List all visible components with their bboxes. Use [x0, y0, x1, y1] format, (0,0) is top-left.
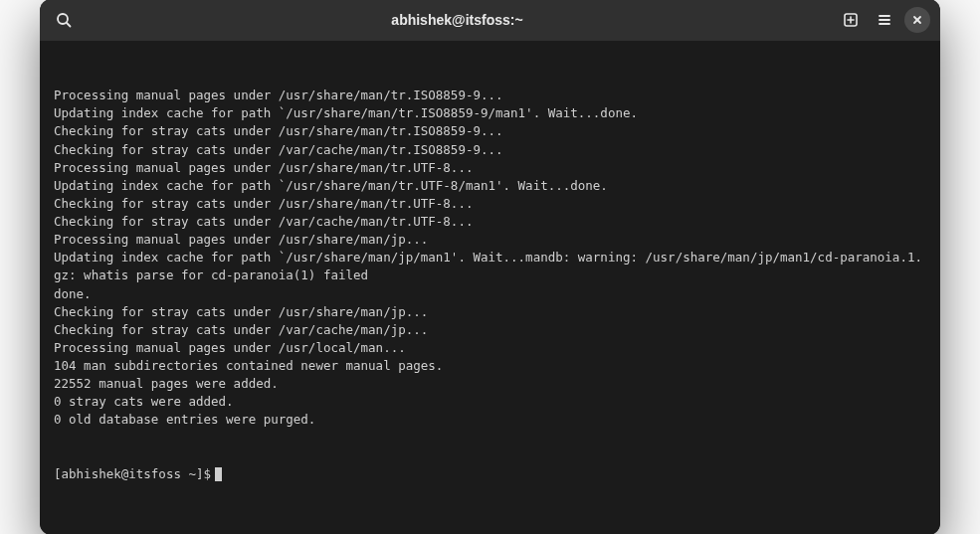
terminal-line: Processing manual pages under /usr/share…: [54, 87, 926, 104]
terminal-line: Checking for stray cats under /usr/share…: [54, 303, 926, 321]
new-tab-icon[interactable]: [837, 6, 865, 34]
window-title: abhishek@itsfoss:~: [84, 12, 831, 28]
terminal-output[interactable]: Processing manual pages under /usr/share…: [40, 41, 940, 534]
terminal-line: Checking for stray cats under /var/cache…: [54, 321, 926, 339]
menu-icon[interactable]: [871, 6, 898, 34]
terminal-line: 22552 manual pages were added.: [54, 375, 926, 393]
terminal-line: Updating index cache for path `/usr/shar…: [54, 249, 926, 284]
terminal-line: 0 stray cats were added.: [54, 393, 926, 411]
terminal-line: Checking for stray cats under /usr/share…: [54, 195, 926, 213]
svg-line-1: [67, 23, 71, 27]
terminal-line: Checking for stray cats under /usr/share…: [54, 122, 926, 140]
shell-prompt: [abhishek@itsfoss ~]$: [54, 465, 211, 483]
terminal-line: done.: [54, 285, 926, 303]
search-icon[interactable]: [50, 6, 78, 34]
close-icon[interactable]: [904, 7, 930, 33]
terminal-line: Processing manual pages under /usr/share…: [54, 159, 926, 177]
terminal-line: Processing manual pages under /usr/local…: [54, 339, 926, 357]
terminal-line: Checking for stray cats under /var/cache…: [54, 141, 926, 159]
terminal-line: Processing manual pages under /usr/share…: [54, 231, 926, 249]
terminal-window: abhishek@itsfoss:~ Processing manual pag…: [40, 0, 940, 534]
terminal-line: Updating index cache for path `/usr/shar…: [54, 177, 926, 195]
prompt-line: [abhishek@itsfoss ~]$: [54, 465, 926, 483]
terminal-line: 104 man subdirectories contained newer m…: [54, 357, 926, 375]
titlebar: abhishek@itsfoss:~: [40, 0, 940, 41]
terminal-line: Updating index cache for path `/usr/shar…: [54, 104, 926, 122]
cursor-icon: [215, 467, 222, 481]
terminal-line: 0 old database entries were purged.: [54, 411, 926, 429]
terminal-line: Checking for stray cats under /var/cache…: [54, 213, 926, 231]
